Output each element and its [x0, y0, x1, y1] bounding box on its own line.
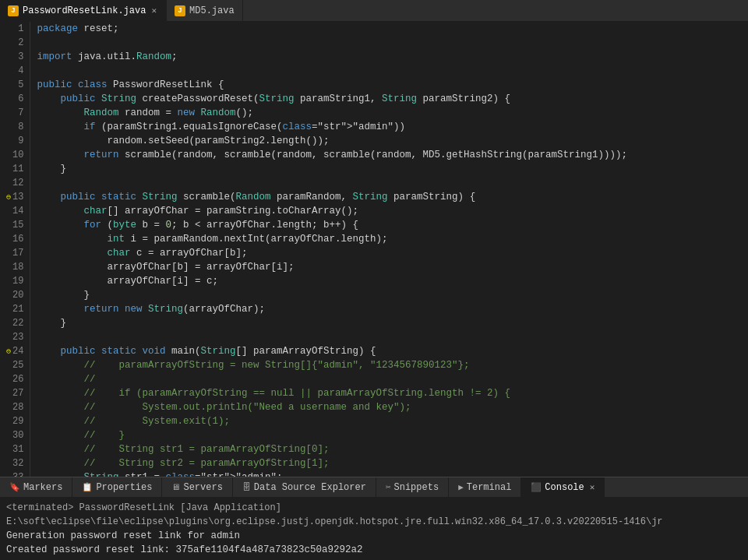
code-line: // System.exit(1);: [37, 414, 748, 428]
tab-properties[interactable]: 📋 Properties: [72, 477, 162, 497]
line-number: 28: [6, 400, 23, 414]
servers-icon: 🖥: [171, 482, 180, 492]
line-number: 14: [6, 204, 23, 218]
code-line: for (byte b = 0; b < arrayOfChar.length;…: [37, 218, 748, 232]
code-line: Random random = new Random();: [37, 106, 748, 120]
code-line: // if (paramArrayOfString == null || par…: [37, 386, 748, 400]
line-number: 18: [6, 260, 23, 274]
code-line: public static String scramble(Random par…: [37, 190, 748, 204]
line-number: 26: [6, 372, 23, 386]
console-output-2: Created password reset link: 375afe1104f…: [6, 543, 742, 557]
line-number: 33: [6, 470, 23, 477]
code-line: // }: [37, 428, 748, 442]
code-line: [37, 330, 748, 344]
line-number: 6: [6, 92, 23, 106]
line-number: 15: [6, 218, 23, 232]
line-numbers: 123456789101112⊖1314151617181920212223⊖2…: [0, 22, 30, 477]
tab-datasource[interactable]: 🗄 Data Source Explorer: [233, 477, 376, 497]
tab-password-reset[interactable]: J PasswordResetLink.java ✕: [0, 0, 167, 21]
snippets-icon: ✂: [386, 482, 391, 492]
line-number: 2: [6, 36, 23, 50]
code-line: char c = arrayOfChar[b];: [37, 246, 748, 260]
line-number: 22: [6, 316, 23, 330]
line-number: 29: [6, 414, 23, 428]
tab-markers[interactable]: 🔖 Markers: [0, 477, 72, 497]
code-line: int i = paramRandom.nextInt(arrayOfChar.…: [37, 232, 748, 246]
code-line: // String str2 = paramArrayOfString[1];: [37, 456, 748, 470]
tab-console[interactable]: ⬛ Console ✕: [521, 477, 605, 497]
line-number: 20: [6, 288, 23, 302]
console-area: <terminated> PasswordResetLink [Java App…: [0, 498, 748, 560]
code-line: public static void main(String[] paramAr…: [37, 344, 748, 358]
code-line: char[] arrayOfChar = paramString.toCharA…: [37, 204, 748, 218]
line-number: 8: [6, 120, 23, 134]
console-path: <terminated> PasswordResetLink [Java App…: [6, 501, 742, 529]
tab-snippets-label: Snippets: [394, 482, 439, 493]
line-number: 31: [6, 442, 23, 456]
code-line: return scramble(random, scramble(random,…: [37, 148, 748, 162]
tab-snippets[interactable]: ✂ Snippets: [376, 477, 449, 497]
line-number: 16: [6, 232, 23, 246]
line-number: 4: [6, 64, 23, 78]
line-number: 23: [6, 330, 23, 344]
code-line: [37, 36, 748, 50]
code-line: return new String(arrayOfChar);: [37, 302, 748, 316]
bottom-tabs: 🔖 Markers 📋 Properties 🖥 Servers 🗄 Data …: [0, 477, 748, 498]
line-number: 12: [6, 176, 23, 190]
editor-container: 123456789101112⊖1314151617181920212223⊖2…: [0, 22, 748, 477]
line-number: 30: [6, 428, 23, 442]
line-number: 21: [6, 302, 23, 316]
tab-servers-label: Servers: [183, 482, 222, 493]
tab-console-label: Console: [545, 482, 584, 493]
line-number: 1: [6, 22, 23, 36]
line-number: ⊖24: [6, 344, 23, 358]
code-line: }: [37, 316, 748, 330]
line-number: 25: [6, 358, 23, 372]
code-line: import java.util.Random;: [37, 50, 748, 64]
tab-bar: J PasswordResetLink.java ✕ J MD5.java: [0, 0, 748, 22]
line-number: 7: [6, 106, 23, 120]
code-line: arrayOfChar[b] = arrayOfChar[i];: [37, 260, 748, 274]
line-number: 3: [6, 50, 23, 64]
console-icon: ⬛: [531, 482, 542, 492]
bottom-panel: 🔖 Markers 📋 Properties 🖥 Servers 🗄 Data …: [0, 477, 748, 560]
code-area[interactable]: package reset;import java.util.Random;pu…: [30, 22, 748, 477]
code-line: // System.out.println("Need a username a…: [37, 400, 748, 414]
tab-markers-label: Markers: [23, 482, 62, 493]
line-number: 11: [6, 162, 23, 176]
line-number: 10: [6, 148, 23, 162]
code-line: package reset;: [37, 22, 748, 36]
code-line: public class PasswordResetLink {: [37, 78, 748, 92]
line-number: ⊖13: [6, 190, 23, 204]
terminal-icon: ▶: [458, 482, 464, 492]
code-line: public String createPasswordReset(String…: [37, 92, 748, 106]
code-line: [37, 176, 748, 190]
code-line: }: [37, 288, 748, 302]
java-icon-password: J: [8, 5, 19, 16]
line-number: 9: [6, 134, 23, 148]
code-line: random.setSeed(paramString2.length());: [37, 134, 748, 148]
line-number: 27: [6, 386, 23, 400]
markers-icon: 🔖: [9, 482, 20, 492]
line-number: 17: [6, 246, 23, 260]
console-output-1: Generation password reset link for admin: [6, 529, 742, 543]
tab-properties-label: Properties: [96, 482, 152, 493]
code-line: String str1 = class="str">"admin";: [37, 470, 748, 477]
tab-datasource-label: Data Source Explorer: [254, 482, 366, 493]
tab-md5[interactable]: J MD5.java: [167, 0, 243, 21]
tab-terminal-label: Terminal: [467, 482, 512, 493]
code-line: }: [37, 162, 748, 176]
tab-console-close[interactable]: ✕: [590, 482, 595, 492]
line-number: 32: [6, 456, 23, 470]
properties-icon: 📋: [82, 482, 93, 492]
code-line: if (paramString1.equalsIgnoreCase(class=…: [37, 120, 748, 134]
line-number: 5: [6, 78, 23, 92]
code-line: [37, 64, 748, 78]
tab-close-password[interactable]: ✕: [150, 5, 158, 16]
line-number: 19: [6, 274, 23, 288]
tab-label-password: PasswordResetLink.java: [23, 5, 146, 16]
java-icon-md5: J: [175, 5, 185, 16]
tab-terminal[interactable]: ▶ Terminal: [449, 477, 521, 497]
code-line: arrayOfChar[i] = c;: [37, 274, 748, 288]
tab-servers[interactable]: 🖥 Servers: [162, 477, 232, 497]
